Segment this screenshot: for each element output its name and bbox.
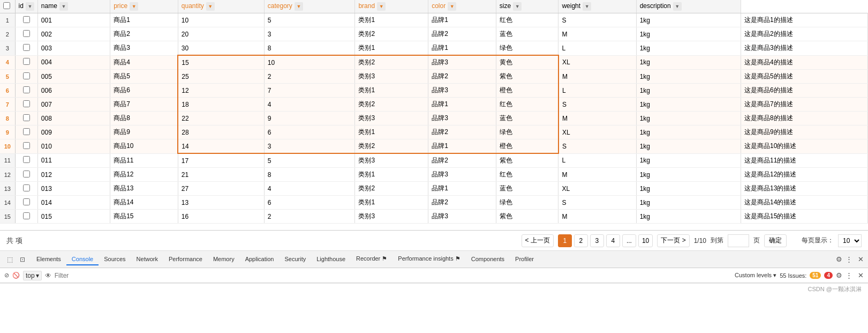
cell-id-row7: 007	[37, 98, 110, 112]
sort-arrow-brand[interactable]: ▼	[377, 2, 386, 11]
cell-quantity-row8: 9	[264, 112, 355, 125]
select-all-checkbox[interactable]	[3, 2, 10, 9]
cell-brand-row3: 品牌1	[428, 41, 496, 56]
row-checkbox-10[interactable]	[15, 139, 37, 154]
sort-arrow-weight[interactable]: ▼	[583, 2, 591, 11]
next-page-button[interactable]: 下一页 >	[657, 234, 689, 247]
header-description[interactable]: description▼	[636, 0, 741, 13]
header-name[interactable]: name▼	[37, 0, 110, 13]
col-label-weight: weight	[562, 2, 580, 10]
sort-arrow-color[interactable]: ▼	[448, 2, 456, 11]
page-btn-10[interactable]: 10	[638, 234, 653, 247]
sort-arrow-id[interactable]: ▼	[26, 2, 34, 11]
devtools-tab-network[interactable]: Network	[131, 254, 163, 265]
header-price[interactable]: price▼	[110, 0, 178, 13]
devtools-tab-console[interactable]: Console	[66, 254, 99, 265]
sort-arrow-name[interactable]: ▼	[59, 2, 68, 11]
row-checkbox-1[interactable]	[15, 13, 37, 27]
page-btn-2[interactable]: 2	[574, 234, 588, 247]
goto-label: 到第	[711, 236, 723, 245]
row-checkbox-9[interactable]	[15, 125, 37, 139]
filter-input[interactable]	[55, 270, 731, 281]
cell-price-row6: 12	[178, 84, 264, 98]
row-checkbox-12[interactable]	[15, 168, 37, 182]
stop-icon[interactable]: ⊘	[4, 272, 9, 279]
top-selector[interactable]: top ▾	[23, 271, 42, 280]
page-btn-3[interactable]: 3	[590, 234, 604, 247]
cell-size-row2: M	[558, 27, 636, 41]
row-checkbox-7[interactable]	[15, 98, 37, 112]
header-size[interactable]: size▼	[496, 0, 558, 13]
sort-arrow-price[interactable]: ▼	[130, 2, 138, 11]
per-page-select[interactable]: 10 20 50	[838, 234, 862, 247]
cell-description-row6: 这是商品6的描述	[741, 84, 868, 98]
cell-size-row10: S	[558, 139, 636, 154]
device-icon[interactable]: ⊡	[17, 254, 28, 265]
row-checkbox-14[interactable]	[15, 196, 37, 210]
row-checkbox-11[interactable]	[15, 153, 37, 168]
row-checkbox-5[interactable]	[15, 70, 37, 84]
clear-icon[interactable]: 🚫	[12, 272, 20, 279]
row-checkbox-2[interactable]	[15, 27, 37, 41]
devtools-tab-profiler[interactable]: Profiler	[510, 254, 539, 265]
per-page-label: 每页显示：	[802, 236, 834, 245]
devtools-tab-security[interactable]: Security	[279, 254, 311, 265]
row-checkbox-15[interactable]	[15, 210, 37, 224]
close-console-icon[interactable]: ✕	[858, 271, 864, 279]
row-checkbox-8[interactable]	[15, 112, 37, 125]
page-btn-...[interactable]: ...	[622, 234, 636, 247]
page-btn-4[interactable]: 4	[606, 234, 620, 247]
sort-arrow-quantity[interactable]: ▼	[206, 2, 215, 11]
devtools-tab-sources[interactable]: Sources	[99, 254, 131, 265]
prev-page-button[interactable]: < 上一页	[522, 234, 554, 247]
row-checkbox-4[interactable]	[15, 55, 37, 70]
cell-id-row15: 015	[37, 210, 110, 224]
row-checkbox-6[interactable]	[15, 84, 37, 98]
cell-name-row14: 商品14	[110, 196, 178, 210]
cell-category-row2: 类别2	[355, 27, 428, 41]
page-buttons: 1234...10	[558, 234, 653, 247]
cell-quantity-row3: 8	[264, 41, 355, 56]
gear-icon[interactable]: ⚙	[836, 255, 842, 263]
header-category[interactable]: category▼	[264, 0, 355, 13]
eye-icon[interactable]: 👁	[45, 272, 51, 279]
devtools-tab-performance-insights-⚑[interactable]: Performance insights ⚑	[393, 253, 465, 265]
pagination-bar: 共 项 < 上一页 1234...10 下一页 > 1/10 到第 页 确定 每…	[0, 231, 868, 251]
vertical-dots-icon[interactable]: ⋮	[846, 255, 852, 263]
cell-price-row13: 27	[178, 182, 264, 196]
row-checkbox-3[interactable]	[15, 41, 37, 56]
cell-weight-row4: 1kg	[636, 55, 741, 70]
devtools-tab-components[interactable]: Components	[466, 254, 510, 265]
cell-price-row14: 13	[178, 196, 264, 210]
sort-arrow-category[interactable]: ▼	[295, 2, 303, 11]
header-color[interactable]: color▼	[428, 0, 496, 13]
more-icon[interactable]: ⋮	[846, 271, 852, 279]
csdn-label: CSDN @一颗冰淇淋	[808, 285, 862, 293]
devtools-tab-elements[interactable]: Elements	[31, 254, 66, 265]
devtools-tab-memory[interactable]: Memory	[208, 254, 240, 265]
cell-category-row7: 类别2	[355, 98, 428, 112]
inspect-icon[interactable]: ⬚	[4, 254, 15, 265]
close-icon[interactable]: ✕	[858, 255, 864, 263]
table-container[interactable]: id▼name▼price▼quantity▼category▼brand▼co…	[0, 0, 868, 231]
header-brand[interactable]: brand▼	[355, 0, 428, 13]
devtools-tab-lighthouse[interactable]: Lighthouse	[311, 254, 351, 265]
sort-arrow-description[interactable]: ▼	[673, 2, 682, 11]
sort-arrow-size[interactable]: ▼	[513, 2, 522, 11]
cell-price-row4: 15	[178, 55, 264, 70]
devtools-tab-application[interactable]: Application	[240, 254, 280, 265]
row-num-9: 9	[0, 125, 15, 139]
goto-input[interactable]	[728, 234, 749, 247]
cell-quantity-row11: 5	[264, 153, 355, 168]
row-checkbox-13[interactable]	[15, 182, 37, 196]
custom-levels[interactable]: Custom levels ▾	[735, 272, 776, 279]
header-id[interactable]: id▼	[15, 0, 37, 13]
devtools-tab-performance[interactable]: Performance	[163, 254, 208, 265]
confirm-button[interactable]: 确定	[764, 234, 787, 247]
devtools-tab-recorder-⚑[interactable]: Recorder ⚑	[351, 253, 393, 265]
header-weight[interactable]: weight▼	[558, 0, 636, 13]
header-quantity[interactable]: quantity▼	[178, 0, 264, 13]
page-btn-1[interactable]: 1	[558, 234, 572, 247]
cell-name-row3: 商品3	[110, 41, 178, 56]
settings-icon[interactable]: ⚙	[836, 271, 842, 279]
